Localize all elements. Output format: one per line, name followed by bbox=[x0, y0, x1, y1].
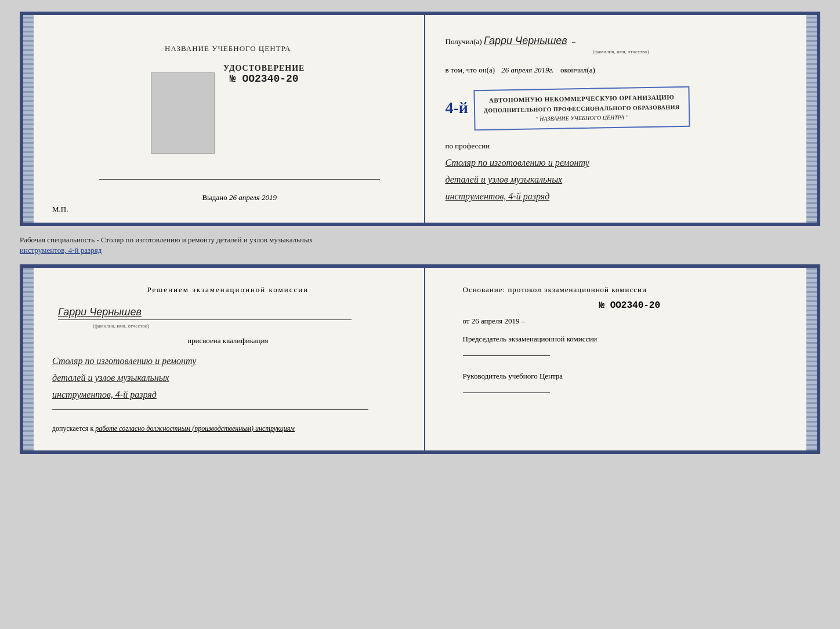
recipient-name-bottom: Гарри Чернышев bbox=[58, 306, 142, 318]
dopuskaetsya-block: допускается к работе согласно должностны… bbox=[52, 424, 404, 433]
poluchil-label: Получил(а) bbox=[446, 37, 482, 46]
left-decorative-strip bbox=[23, 15, 34, 223]
dopuskaetsya-label: допускается к bbox=[52, 424, 93, 432]
photo-placeholder bbox=[151, 72, 215, 154]
bold-number: 4-й bbox=[446, 95, 468, 121]
bottom-left-strip bbox=[23, 268, 34, 450]
vtom-label: в том, что он(а) bbox=[446, 66, 495, 74]
vtom-date: 26 апреля 2019г. bbox=[501, 66, 553, 74]
ot-date-value: 26 апреля 2019 bbox=[472, 317, 520, 325]
bottom-document: Решением экзаменационной комиссии Гарри … bbox=[20, 264, 820, 453]
rukovoditel-label: Руководитель учебного Центра bbox=[463, 372, 797, 381]
profession-line2-bottom: деталей и узлов музыкальных bbox=[52, 370, 404, 387]
name-block-bottom: Гарри Чернышев (фамилия, имя, отчество) bbox=[58, 306, 404, 329]
predsedatel-block: Председатель экзаменационной комиссии bbox=[463, 335, 797, 360]
recipient-name-top: Гарри Чернышев bbox=[484, 35, 567, 46]
osnovanie-text: Основание: протокол экзаменационной коми… bbox=[463, 285, 797, 294]
resheniyem-title: Решением экзаменационной комиссии bbox=[52, 285, 404, 294]
udostoverenie-number: № OO2340-20 bbox=[223, 73, 305, 85]
vydano-date: 26 апреля 2019 bbox=[229, 193, 277, 202]
protocol-number: № OO2340-20 bbox=[463, 300, 797, 311]
profession-line3-top: инструментов, 4-й разряд bbox=[446, 188, 797, 205]
bottom-right-strip bbox=[806, 268, 817, 450]
vtom-line: в том, что он(а) 26 апреля 2019г. окончи… bbox=[446, 64, 797, 77]
top-document: НАЗВАНИЕ УЧЕБНОГО ЦЕНТРА УДОСТОВЕРЕНИЕ №… bbox=[20, 12, 820, 226]
top-right-panel: Получил(а) Гарри Чернышев – (фамилия, им… bbox=[425, 15, 817, 223]
mp-label: М.П. bbox=[52, 205, 68, 214]
ot-date: от 26 апреля 2019 – bbox=[463, 317, 797, 326]
okonchil-label: окончил(а) bbox=[560, 66, 595, 74]
profession-line2-top: деталей и узлов музыкальных bbox=[446, 172, 797, 188]
right-decorative-strip bbox=[806, 15, 817, 223]
top-left-panel: НАЗВАНИЕ УЧЕБНОГО ЦЕНТРА УДОСТОВЕРЕНИЕ №… bbox=[23, 15, 425, 223]
profession-block-top: Столяр по изготовлению и ремонту деталей… bbox=[446, 155, 797, 205]
stamp-box: АВТОНОМНУЮ НЕКОММЕРЧЕСКУЮ ОРГАНИЗАЦИЮ ДО… bbox=[473, 86, 690, 130]
bottom-right-panel: Основание: протокол экзаменационной коми… bbox=[425, 268, 817, 450]
dopuskaetsya-text: работе согласно должностным (производств… bbox=[95, 424, 295, 432]
bottom-left-panel: Решением экзаменационной комиссии Гарри … bbox=[23, 268, 425, 450]
rukovoditel-signature-line bbox=[463, 392, 550, 393]
fio-label-bottom: (фамилия, имя, отчество) bbox=[93, 323, 404, 329]
udostoverenie-title: УДОСТОВЕРЕНИЕ bbox=[223, 64, 305, 73]
separator-label: Рабочая специальность - Столяр по изгото… bbox=[20, 232, 820, 259]
ot-label: от bbox=[463, 317, 470, 325]
separator-text2: инструментов, 4-й разряд bbox=[20, 246, 102, 254]
vydano-block: Выдано 26 апреля 2019 bbox=[202, 193, 277, 202]
center-title: НАЗВАНИЕ УЧЕБНОГО ЦЕНТРА bbox=[165, 44, 291, 53]
udostoverenie-block: УДОСТОВЕРЕНИЕ № OO2340-20 bbox=[223, 64, 305, 85]
profession-line1-bottom: Столяр по изготовлению и ремонту bbox=[52, 353, 404, 370]
poluchil-line: Получил(а) Гарри Чернышев – (фамилия, им… bbox=[446, 32, 797, 56]
fio-label-top: (фамилия, имя, отчество) bbox=[446, 48, 797, 56]
po-professii: по профессии bbox=[446, 140, 797, 152]
separator-text: Рабочая специальность - Столяр по изгото… bbox=[20, 235, 313, 244]
top-right-content: Получил(а) Гарри Чернышев – (фамилия, им… bbox=[446, 32, 797, 205]
predsedatel-label: Председатель экзаменационной комиссии bbox=[463, 335, 797, 344]
profession-line1-top: Столяр по изготовлению и ремонту bbox=[446, 155, 797, 172]
profession-line3-bottom: инструментов, 4-й разряд bbox=[52, 387, 404, 403]
prisvoyena: присвоена квалификация bbox=[52, 336, 404, 346]
rukovoditel-block: Руководитель учебного Центра bbox=[463, 372, 797, 397]
predsedatel-signature-line bbox=[463, 355, 550, 356]
bottom-right-content: Основание: протокол экзаменационной коми… bbox=[446, 285, 797, 397]
profession-block-bottom: Столяр по изготовлению и ремонту деталей… bbox=[52, 353, 404, 403]
vydano-label: Выдано bbox=[202, 193, 227, 202]
